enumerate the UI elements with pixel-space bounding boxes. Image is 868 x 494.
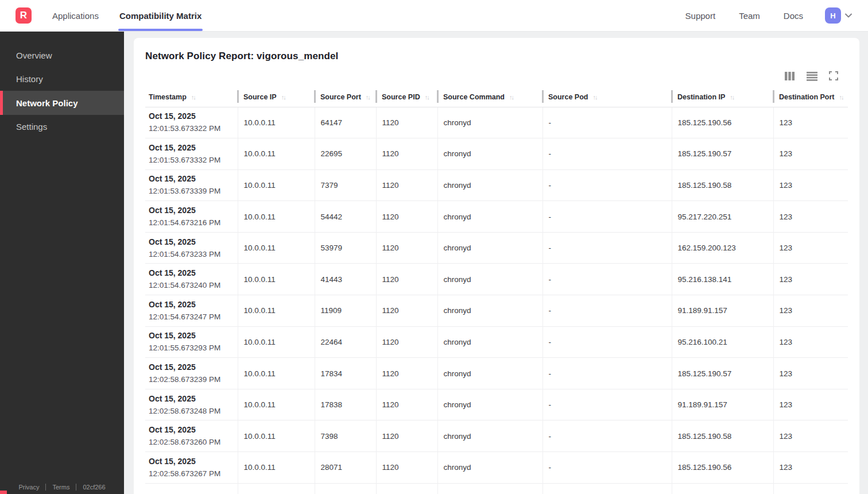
sort-icon[interactable]: ↑↓ xyxy=(191,94,195,101)
sidebar-footer: Privacy Terms 02cf266 xyxy=(0,484,124,491)
cell-dest-port: 123 xyxy=(773,452,848,484)
cell-dest-ip: 162.159.200.123 xyxy=(672,232,773,264)
column-header-source-port[interactable]: Source Port↑↓ xyxy=(315,90,376,107)
rows-icon[interactable] xyxy=(807,71,817,81)
sort-icon[interactable]: ↑↓ xyxy=(730,94,734,101)
cell-source-port: 22695 xyxy=(315,138,376,170)
cell-source-pod: - xyxy=(542,420,672,452)
sort-icon[interactable]: ↑↓ xyxy=(281,94,285,101)
chevron-down-icon[interactable] xyxy=(844,11,853,20)
nav-tab-compatibility-matrix[interactable]: Compatibility Matrix xyxy=(118,0,203,31)
cell-dest-ip xyxy=(672,483,773,494)
cell-dest-ip: 185.125.190.58 xyxy=(672,169,773,201)
cell-dest-port: 123 xyxy=(773,389,848,420)
nav-link-docs[interactable]: Docs xyxy=(784,11,803,21)
column-header-destination-ip[interactable]: Destination IP↑↓ xyxy=(672,90,773,107)
app-logo[interactable]: R xyxy=(16,7,32,24)
cell-source-pod: - xyxy=(542,264,672,295)
cell-source-pod: - xyxy=(542,389,672,420)
fullscreen-icon[interactable] xyxy=(829,71,838,80)
timestamp-time: 12:01:54.673247 PM xyxy=(149,311,235,323)
sort-icon[interactable]: ↑↓ xyxy=(509,94,513,101)
timestamp-date: Oct 15, 2025 xyxy=(149,361,235,373)
cell-source-pid: 1120 xyxy=(376,452,437,484)
primary-nav-tabs: ApplicationsCompatibility Matrix xyxy=(51,0,221,31)
report-card: Network Policy Report: vigorous_mendel xyxy=(134,38,859,494)
cell-dest-ip: 185.125.190.56 xyxy=(672,452,773,484)
cell-source-ip: 10.0.0.11 xyxy=(238,169,315,201)
secondary-nav-links: SupportTeamDocs xyxy=(662,11,803,21)
top-navigation-bar: R ApplicationsCompatibility Matrix Suppo… xyxy=(0,0,868,32)
column-header-timestamp[interactable]: Timestamp↑↓ xyxy=(145,90,238,107)
sidebar-item-network-policy[interactable]: Network Policy xyxy=(0,91,124,115)
timestamp-date: Oct 15, 2025 xyxy=(149,204,235,217)
user-avatar[interactable]: H xyxy=(825,7,841,24)
nav-tab-applications[interactable]: Applications xyxy=(51,0,100,31)
cell-source-ip: 10.0.0.11 xyxy=(238,452,315,484)
cell-source-ip: 10.0.0.11 xyxy=(238,232,315,264)
cell-source-command: chronyd xyxy=(437,138,542,170)
nav-link-team[interactable]: Team xyxy=(739,11,760,21)
column-header-destination-port[interactable]: Destination Port↑↓ xyxy=(773,90,848,107)
cell-source-command: chronyd xyxy=(437,358,542,389)
cell-dest-ip: 95.216.138.141 xyxy=(672,264,773,295)
cell-source-port: 11909 xyxy=(315,295,376,327)
cell-timestamp: Oct 15, 202512:01:53.673339 PM xyxy=(145,169,238,201)
cell-dest-port: 123 xyxy=(773,201,848,233)
timestamp-time: 12:01:54.673216 PM xyxy=(149,217,235,229)
cell-timestamp: Oct 15, 202512:02:58.673267 PM xyxy=(145,452,238,484)
cell-timestamp: Oct 15, 202512:02:58.673248 PM xyxy=(145,389,238,420)
timestamp-time: 12:02:58.673260 PM xyxy=(149,436,235,448)
terms-link[interactable]: Terms xyxy=(52,484,69,491)
sort-icon[interactable]: ↑↓ xyxy=(592,94,596,101)
table-row: Oct 15, 202512:01:53.673339 PM10.0.0.117… xyxy=(145,169,848,201)
table-row: Oct 15, 202512:01:54.673233 PM10.0.0.115… xyxy=(145,232,848,264)
table-row: Oct 15, 202512:01:54.673216 PM10.0.0.115… xyxy=(145,201,848,233)
timestamp-time: 12:02:58.673239 PM xyxy=(149,373,235,385)
cell-dest-ip: 185.125.190.58 xyxy=(672,420,773,452)
timestamp-time: 12:01:55.673293 PM xyxy=(149,342,235,354)
cell-dest-ip: 95.216.100.21 xyxy=(672,326,773,358)
cell-source-pid: 1120 xyxy=(376,138,437,170)
sidebar-nav: OverviewHistoryNetwork PolicySettings xyxy=(0,32,124,138)
nav-left-group: R ApplicationsCompatibility Matrix xyxy=(0,0,221,31)
cell-dest-port xyxy=(773,483,848,494)
table-row: Oct 15, 202512:01:53.673322 PM10.0.0.116… xyxy=(145,107,848,138)
cell-timestamp: Oct 15, 202512:01:54.673240 PM xyxy=(145,264,238,295)
cell-timestamp: Oct 15, 202512:01:53.673322 PM xyxy=(145,107,238,138)
timestamp-date: Oct 15, 2025 xyxy=(149,142,235,154)
column-header-label: Timestamp xyxy=(149,93,187,101)
sort-icon[interactable]: ↑↓ xyxy=(839,94,843,101)
cell-dest-ip: 91.189.91.157 xyxy=(672,295,773,327)
cell-timestamp: Oct 15, 202512:01:54.673233 PM xyxy=(145,232,238,264)
sidebar-item-settings[interactable]: Settings xyxy=(0,115,124,138)
column-header-source-ip[interactable]: Source IP↑↓ xyxy=(238,90,315,107)
sidebar-item-history[interactable]: History xyxy=(0,67,124,91)
cell-source-pid: 1120 xyxy=(376,107,437,138)
table-row: Oct 15, 202512:01:54.673247 PM10.0.0.111… xyxy=(145,295,848,327)
timestamp-time: 12:01:53.673322 PM xyxy=(149,122,235,134)
columns-icon[interactable] xyxy=(784,71,795,81)
corner-accent xyxy=(0,491,7,494)
cell-dest-ip: 185.125.190.56 xyxy=(672,107,773,138)
cell-source-ip: 10.0.0.11 xyxy=(238,358,315,389)
privacy-link[interactable]: Privacy xyxy=(18,484,39,491)
cell-source-port: 7398 xyxy=(315,420,376,452)
cell-source-ip: 10.0.0.11 xyxy=(238,326,315,358)
sidebar-item-overview[interactable]: Overview xyxy=(0,44,124,67)
cell-source-pid xyxy=(376,483,437,494)
cell-source-pid: 1120 xyxy=(376,420,437,452)
column-header-source-command[interactable]: Source Command↑↓ xyxy=(437,90,542,107)
cell-source-pid: 1120 xyxy=(376,201,437,233)
column-header-source-pod[interactable]: Source Pod↑↓ xyxy=(542,90,672,107)
cell-source-ip: 10.0.0.11 xyxy=(238,264,315,295)
cell-source-command: chronyd xyxy=(437,452,542,484)
footer-divider xyxy=(45,484,46,491)
cell-source-command: chronyd xyxy=(437,107,542,138)
sort-icon[interactable]: ↑↓ xyxy=(425,94,429,101)
table-row: Oct 15, 202512:02:58.673239 PM10.0.0.111… xyxy=(145,358,848,389)
sort-icon[interactable]: ↑↓ xyxy=(366,94,370,101)
column-header-source-pid[interactable]: Source PID↑↓ xyxy=(376,90,437,107)
cell-source-pod: - xyxy=(542,452,672,484)
nav-link-support[interactable]: Support xyxy=(685,11,716,21)
